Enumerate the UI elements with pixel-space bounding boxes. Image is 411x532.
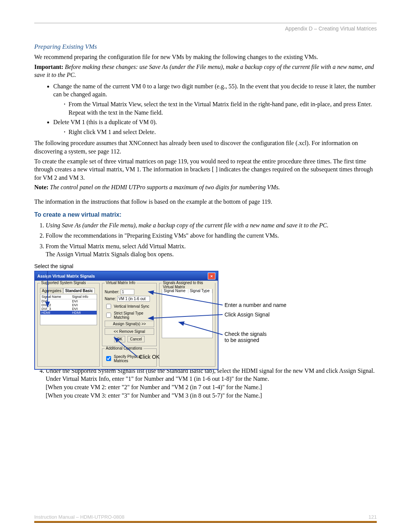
step: From the Virtual Matrix menu, select Add… [46, 242, 377, 259]
group-vm-info: Virtual Matrix Info Number: Name: Vertic… [102, 283, 157, 346]
dialog-figure: Assign Virtual Matrix Signals × Supporte… [34, 271, 377, 362]
footer-rule [34, 521, 377, 523]
paragraph: The information in the instructions that… [34, 198, 377, 206]
step: Follow the recommendations in "Preparing… [46, 232, 377, 240]
remove-signal-button[interactable]: << Remove Signal [105, 328, 154, 335]
footer-left: Instruction Manual – HDMI-UTPRO-0808 [34, 514, 124, 520]
heading-preparing: Preparing Existing VMs [34, 43, 377, 51]
list-item-hdmi[interactable]: HDMIHDMI [40, 311, 97, 315]
page-header: Appendix D – Creating Virtual Matrices [34, 26, 377, 32]
tab-standard-basic[interactable]: Standard Basic [63, 288, 95, 293]
heading-create: To create a new virtual matrix: [34, 211, 377, 218]
assign-vm-signals-dialog: Assign Virtual Matrix Signals × Supporte… [34, 271, 218, 370]
group-assigned-signals: Signals Assigned to this Virtual Matrix … [159, 283, 215, 367]
cancel-button[interactable]: Cancel [127, 336, 145, 342]
step: Under the Supported System Signals list … [46, 367, 377, 399]
number-field[interactable] [121, 289, 134, 295]
callout: Check the signalsto be assigned [225, 331, 267, 343]
bullet: Change the name of the current VM 0 to a… [53, 82, 377, 117]
paragraph: The following procedure assumes that XNC… [34, 139, 377, 155]
strict-checkbox[interactable] [106, 313, 111, 318]
bullet: Delete VM 1 (this is a duplicate of VM 0… [53, 118, 377, 136]
dialog-title: Assign Virtual Matrix Signals [37, 274, 95, 278]
sub-bullet: From the Virtual Matrix View, select the… [64, 100, 377, 117]
assign-signal-button[interactable]: Assign Signal(s) >> [105, 321, 154, 327]
name-field[interactable] [117, 296, 150, 302]
note: Note: The control panel on the HDMI UTPr… [34, 183, 377, 192]
signal-list[interactable]: Signal NameSignal Info DVIDVI DVI_2DVI D… [40, 294, 97, 325]
spm-checkbox[interactable] [106, 356, 111, 361]
callout: Enter a number and name [225, 302, 287, 308]
group-supported-signals: Supported System Signals Aggregates Stan… [37, 283, 100, 367]
dialog-titlebar[interactable]: Assign Virtual Matrix Signals × [35, 272, 218, 281]
paragraph: We recommend preparing the configuration… [34, 53, 377, 61]
assigned-list[interactable]: Signal NameSignal Type [162, 288, 213, 338]
label-select-signal: Select the signal [34, 263, 377, 269]
close-icon[interactable]: × [208, 273, 215, 280]
callout: Click OK [139, 354, 159, 360]
paragraph: To create the example set of three virtu… [34, 157, 377, 182]
ok-button[interactable]: OK [114, 336, 125, 342]
vis-checkbox[interactable] [106, 304, 111, 309]
sub-bullet: Right click VM 1 and select Delete. [64, 128, 377, 136]
page-number: 121 [368, 514, 377, 520]
callout: Click Assign Signal [225, 312, 269, 318]
tab-aggregates[interactable]: Aggregates [40, 288, 63, 293]
important-note: Important: Before making these changes: … [34, 63, 377, 79]
step: Using Save As (under the File menu), mak… [46, 221, 377, 230]
